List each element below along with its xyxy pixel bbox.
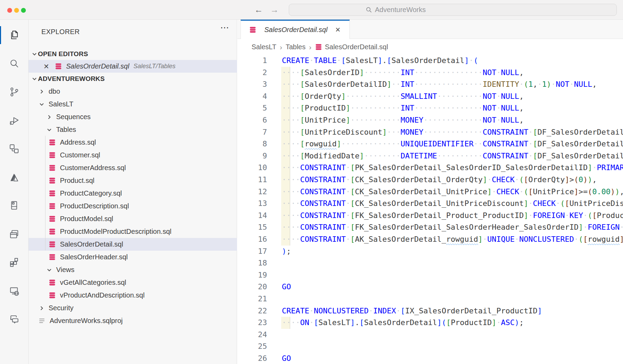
activity-extensions-icon[interactable] bbox=[0, 250, 28, 274]
navigate-back-button[interactable]: ← bbox=[254, 5, 263, 14]
open-editor-item[interactable]: ✕ SalesOrderDetail.sql SalesLT/Tables bbox=[29, 60, 237, 73]
code-line-1[interactable]: 1CREATE·TABLE·[SalesLT].[SalesOrderDetai… bbox=[237, 55, 623, 67]
tree-item-salesorderdetail-sql[interactable]: SalesOrderDetail.sql bbox=[29, 238, 237, 251]
breadcrumb-item[interactable]: Tables bbox=[286, 43, 306, 51]
activity-windows-icon[interactable] bbox=[0, 222, 28, 246]
code-line-6[interactable]: 6····[UnitPrice]···········MONEY········… bbox=[237, 114, 623, 126]
tree-item-vgetallcategories-sql[interactable]: vGetAllCategories.sql bbox=[29, 276, 237, 289]
code-line-26[interactable]: 26GO bbox=[237, 353, 623, 364]
code-line-25[interactable]: 25 bbox=[237, 341, 623, 353]
tab-close-icon[interactable]: ✕ bbox=[335, 26, 340, 34]
tab-bar: SalesOrderDetail.sql ✕ bbox=[237, 20, 623, 39]
tree-item-vproductanddescription-sql[interactable]: vProductAndDescription.sql bbox=[29, 289, 237, 302]
code-line-22[interactable]: 22CREATE·NONCLUSTERED·INDEX·[IX_SalesOrd… bbox=[237, 305, 623, 317]
tree-item-security[interactable]: Security bbox=[29, 302, 237, 314]
code-line-14[interactable]: 14····CONSTRAINT·[FK_SalesOrderDetail_Pr… bbox=[237, 210, 623, 222]
activity-source-control-icon[interactable] bbox=[0, 80, 28, 104]
tree-item-productmodelproductdescription-sql[interactable]: ProductModelProductDescription.sql bbox=[29, 225, 237, 238]
code-line-5[interactable]: 5····[ProductID]···········INT··········… bbox=[237, 102, 623, 114]
tree-item-sequences[interactable]: Sequences bbox=[29, 111, 237, 123]
tree-item-productmodel-sql[interactable]: ProductModel.sql bbox=[29, 212, 237, 225]
line-number: 12 bbox=[237, 186, 267, 198]
open-editor-description: SalesLT/Tables bbox=[133, 63, 175, 70]
activity-notebook-icon[interactable] bbox=[0, 194, 28, 218]
tree-item-address-sql[interactable]: Address.sql bbox=[29, 136, 237, 149]
section-adventureworks[interactable]: ADVENTUREWORKS bbox=[29, 72, 237, 85]
line-number: 15 bbox=[237, 221, 267, 233]
breadcrumb-item[interactable]: SalesOrderDetail.sql bbox=[325, 43, 388, 51]
tree-item-salesorderheader-sql[interactable]: SalesOrderHeader.sql bbox=[29, 251, 237, 263]
chevron-right-icon bbox=[38, 88, 45, 95]
code-text: ····CONSTRAINT·[AK_SalesOrderDetail_rowg… bbox=[282, 233, 623, 246]
maximize-window-button[interactable] bbox=[21, 8, 26, 13]
chevron-down-icon bbox=[38, 101, 45, 108]
minimize-window-button[interactable] bbox=[14, 8, 19, 13]
tree-item-productdescription-sql[interactable]: ProductDescription.sql bbox=[29, 200, 237, 212]
tab-salesorderdetail[interactable]: SalesOrderDetail.sql ✕ bbox=[241, 20, 350, 39]
code-line-18[interactable]: 18 bbox=[237, 257, 623, 269]
line-number: 10 bbox=[237, 162, 267, 174]
code-line-9[interactable]: 9····[ModifiedDate]········DATETIME·····… bbox=[237, 150, 623, 162]
code-text: ····[UnitPrice]···········MONEY·········… bbox=[282, 114, 524, 126]
code-line-8[interactable]: 8····[rowguid]·············UNIQUEIDENTIF… bbox=[237, 138, 623, 150]
activity-search-icon[interactable] bbox=[0, 52, 28, 76]
code-line-19[interactable]: 19 bbox=[237, 269, 623, 281]
code-text: CREATE·NONCLUSTERED·INDEX·[IX_SalesOrder… bbox=[282, 305, 542, 317]
code-line-20[interactable]: 20GO bbox=[237, 281, 623, 293]
sql-file-icon bbox=[49, 279, 56, 286]
code-line-16[interactable]: 16····CONSTRAINT·[AK_SalesOrderDetail_ro… bbox=[237, 233, 623, 246]
breadcrumb-item[interactable]: SalesLT bbox=[252, 43, 276, 51]
activity-run-debug-icon[interactable] bbox=[0, 108, 28, 133]
code-text: ····CONSTRAINT·[PK_SalesOrderDetail_Sale… bbox=[282, 162, 623, 174]
code-text: ····CONSTRAINT·[CK_SalesOrderDetail_Unit… bbox=[282, 198, 623, 210]
code-line-23[interactable]: 23····ON·[SalesLT].[SalesOrderDetail]([P… bbox=[237, 317, 623, 329]
activity-azure-icon[interactable] bbox=[0, 165, 28, 189]
close-window-button[interactable] bbox=[7, 8, 12, 13]
code-text: ····ON·[SalesLT].[SalesOrderDetail]([Pro… bbox=[282, 317, 524, 329]
code-editor[interactable]: 1CREATE·TABLE·[SalesLT].[SalesOrderDetai… bbox=[237, 55, 623, 364]
activity-explorer-icon[interactable] bbox=[0, 23, 28, 47]
tab-title: SalesOrderDetail.sql bbox=[264, 26, 327, 34]
sql-file-icon bbox=[49, 164, 56, 171]
tree-item-label: Security bbox=[49, 304, 73, 312]
activity-remote-explorer-icon[interactable] bbox=[0, 279, 28, 303]
code-line-21[interactable]: 21 bbox=[237, 293, 623, 305]
tree-item-label: Views bbox=[56, 266, 74, 274]
code-text: ····[UnitPriceDiscount]···MONEY·········… bbox=[282, 126, 623, 138]
tree-item-tables[interactable]: Tables bbox=[29, 123, 237, 136]
code-line-11[interactable]: 11····CONSTRAINT·[CK_SalesOrderDetail_Or… bbox=[237, 174, 623, 186]
code-line-13[interactable]: 13····CONSTRAINT·[CK_SalesOrderDetail_Un… bbox=[237, 198, 623, 210]
line-number: 17 bbox=[237, 246, 267, 258]
tree-item-views[interactable]: Views bbox=[29, 263, 237, 276]
line-number: 21 bbox=[237, 293, 267, 305]
code-line-24[interactable]: 24 bbox=[237, 329, 623, 341]
code-line-12[interactable]: 12····CONSTRAINT·[CK_SalesOrderDetail_Un… bbox=[237, 186, 623, 198]
code-line-3[interactable]: 3····[SalesOrderDetailID]··INT··········… bbox=[237, 79, 623, 91]
code-line-17[interactable]: 17); bbox=[237, 246, 623, 258]
activity-linked-objects-icon[interactable] bbox=[0, 137, 28, 161]
line-number: 2 bbox=[237, 67, 267, 79]
tree-item-dbo[interactable]: dbo bbox=[29, 85, 237, 98]
code-line-2[interactable]: 2····[SalesOrderID]········INT··········… bbox=[237, 67, 623, 79]
navigate-forward-button[interactable]: → bbox=[270, 5, 279, 14]
code-line-10[interactable]: 10····CONSTRAINT·[PK_SalesOrderDetail_Sa… bbox=[237, 162, 623, 174]
code-text: ····CONSTRAINT·[CK_SalesOrderDetail_Unit… bbox=[282, 186, 623, 198]
command-center[interactable]: AdventureWorks bbox=[289, 4, 617, 16]
tree-item-product-sql[interactable]: Product.sql bbox=[29, 174, 237, 187]
tree-item-productcategory-sql[interactable]: ProductCategory.sql bbox=[29, 187, 237, 200]
more-actions-icon[interactable]: ⋯ bbox=[220, 22, 229, 33]
tree-item-adventureworks-sqlproj[interactable]: AdventureWorks.sqlproj bbox=[29, 314, 237, 327]
section-open-editors[interactable]: OPEN EDITORS bbox=[29, 48, 237, 60]
code-line-15[interactable]: 15····CONSTRAINT·[FK_SalesOrderDetail_Sa… bbox=[237, 221, 623, 233]
close-editor-icon[interactable]: ✕ bbox=[43, 62, 49, 71]
activity-comments-icon[interactable] bbox=[0, 307, 28, 331]
code-line-4[interactable]: 4····[OrderQty]············SMALLINT·····… bbox=[237, 91, 623, 103]
tree-item-customer-sql[interactable]: Customer.sql bbox=[29, 149, 237, 162]
code-text: ); bbox=[282, 246, 291, 258]
breadcrumb[interactable]: SalesLT›Tables› SalesOrderDetail.sql bbox=[237, 39, 623, 55]
tree-item-customeraddress-sql[interactable]: CustomerAddress.sql bbox=[29, 162, 237, 174]
line-number: 24 bbox=[237, 329, 267, 341]
tree-item-saleslt[interactable]: SalesLT bbox=[29, 98, 237, 111]
code-line-7[interactable]: 7····[UnitPriceDiscount]···MONEY········… bbox=[237, 126, 623, 138]
code-text: ····[OrderQty]············SMALLINT······… bbox=[282, 91, 524, 103]
